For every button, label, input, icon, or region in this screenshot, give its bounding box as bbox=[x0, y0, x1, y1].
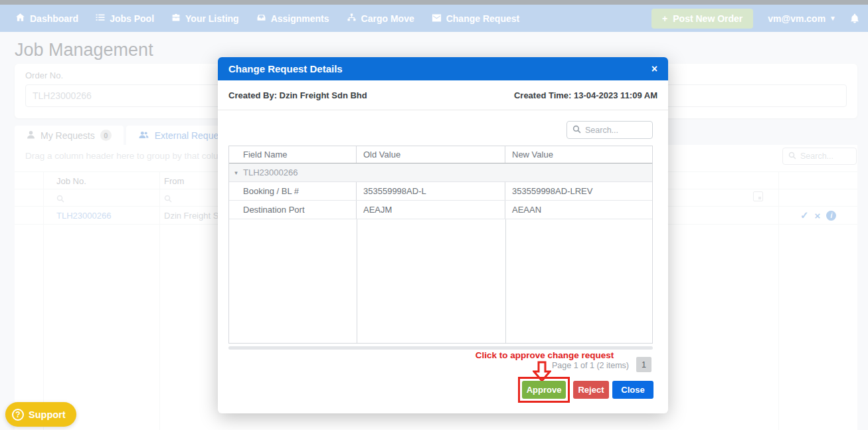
header-field-name[interactable]: Field Name bbox=[229, 146, 357, 163]
table-row: Destination Port AEAJM AEAAN bbox=[229, 201, 652, 219]
table-header-row: Field Name Old Value New Value bbox=[229, 146, 652, 163]
group-label: TLH23000266 bbox=[243, 167, 298, 177]
cell-new-value: 353559998AD-LREV bbox=[505, 182, 652, 200]
close-button[interactable]: Close bbox=[612, 381, 653, 399]
cell-old-value: 353559998AD-L bbox=[357, 182, 505, 200]
collapse-arrow-icon[interactable]: ▾ bbox=[229, 169, 243, 176]
question-icon: ? bbox=[12, 409, 24, 421]
created-time-text: Created Time: 13-04-2023 11:09 AM bbox=[514, 90, 657, 100]
table-group-row[interactable]: ▾ TLH23000266 bbox=[229, 163, 652, 182]
cell-old-value: AEAJM bbox=[357, 201, 505, 219]
created-by-text: Created By: Dzin Freight Sdn Bhd bbox=[228, 90, 367, 100]
change-request-table: Field Name Old Value New Value ▾ TLH2300… bbox=[228, 146, 653, 344]
reject-button[interactable]: Reject bbox=[573, 381, 609, 399]
approve-annotation-text: Click to approve change request bbox=[465, 350, 624, 360]
horizontal-scrollbar[interactable] bbox=[228, 346, 653, 350]
cell-field-name: Destination Port bbox=[229, 201, 357, 219]
close-icon[interactable]: × bbox=[651, 64, 657, 74]
support-button[interactable]: ? Support bbox=[5, 402, 76, 427]
app-root: Dashboard Jobs Pool Your Listing Assignm… bbox=[0, 0, 868, 430]
change-request-details-modal: Change Request Details × Created By: Dzi… bbox=[218, 57, 668, 413]
table-row: Booking / BL # 353559998AD-L 353559998AD… bbox=[229, 182, 652, 201]
modal-search-input[interactable] bbox=[585, 126, 642, 135]
cell-field-name: Booking / BL # bbox=[229, 182, 357, 200]
support-label: Support bbox=[29, 409, 66, 420]
grid-border bbox=[505, 219, 506, 343]
approve-button[interactable]: Approve bbox=[522, 381, 566, 399]
header-new-value[interactable]: New Value bbox=[505, 146, 652, 163]
header-old-value[interactable]: Old Value bbox=[357, 146, 505, 163]
cell-new-value: AEAAN bbox=[505, 201, 652, 219]
search-icon bbox=[572, 124, 581, 136]
modal-title: Change Request Details bbox=[228, 63, 343, 74]
table-empty-area bbox=[229, 219, 652, 343]
modal-meta-row: Created By: Dzin Freight Sdn Bhd Created… bbox=[218, 80, 668, 110]
modal-search-box[interactable] bbox=[566, 121, 653, 139]
page-number-button[interactable]: 1 bbox=[636, 357, 651, 372]
modal-header: Change Request Details × bbox=[218, 57, 668, 80]
grid-border bbox=[357, 219, 357, 343]
pager-summary: Page 1 of 1 (2 items) bbox=[552, 361, 629, 370]
